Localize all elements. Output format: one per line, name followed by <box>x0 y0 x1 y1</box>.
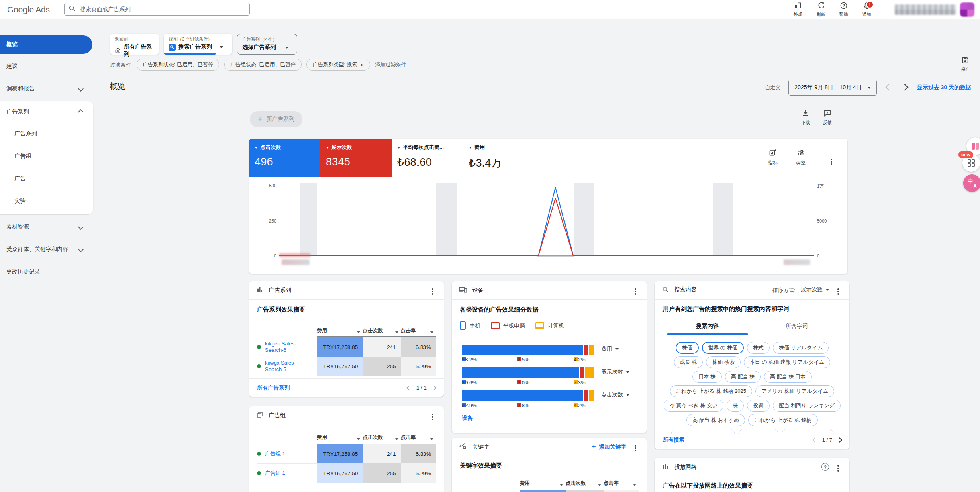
refresh-button[interactable]: 刷新 <box>809 1 832 18</box>
search-term-chip[interactable]: 本日 の 株価 速報 リアルタイム <box>744 356 831 368</box>
sort-header-clicks[interactable]: 点击次数 <box>363 325 400 337</box>
page-prev-icon[interactable] <box>406 385 412 390</box>
filter-chip-campaign-type[interactable]: 广告系列类型: 搜索 × <box>306 59 370 71</box>
global-search[interactable] <box>64 3 250 16</box>
translate-extension-button[interactable]: 中 A <box>963 174 980 192</box>
campaign-selector-card[interactable]: 广告系列（2 个） 选择广告系列 <box>237 34 297 55</box>
sidebar-item-suggestions[interactable]: 建议 <box>0 59 93 73</box>
sort-header-clicks[interactable]: 点击次数 <box>363 431 400 443</box>
sort-header-cost[interactable]: 费用 <box>520 477 566 489</box>
search-term-chip[interactable]: 株式 <box>747 342 770 354</box>
card-menu-button[interactable] <box>429 409 437 423</box>
search-term-chip[interactable]: 高 配当 株 日本 <box>764 371 812 383</box>
card-menu-button[interactable] <box>631 284 639 297</box>
sort-by-dropdown[interactable]: 展示次数 <box>801 286 829 294</box>
next-period-button[interactable] <box>901 82 909 93</box>
metric-card-cost[interactable]: 费用 ₺3.4万 <box>463 139 535 177</box>
show-last-30-days-link[interactable]: 显示过去 30 天的数据 <box>917 84 971 91</box>
search-term-chip[interactable]: 配当 利回り ランキング <box>773 400 841 412</box>
device-bar-impressions <box>462 367 594 378</box>
search-term-chip[interactable]: 株価 リアルタイム <box>773 342 829 354</box>
campaign-link[interactable]: kiiwgx Sales-Search-5 <box>265 360 314 373</box>
tab-search-terms[interactable]: 搜索内容 <box>663 319 752 335</box>
adjust-button[interactable]: 调整 <box>796 149 806 166</box>
sidebar-item-campaigns[interactable]: 广告系列 <box>0 127 93 141</box>
search-term-chip[interactable]: 世界 の 株価 <box>702 342 744 354</box>
search-input[interactable] <box>79 6 245 13</box>
overview-menu-button[interactable] <box>827 154 835 167</box>
help-button[interactable]: ? 帮助 <box>832 1 855 18</box>
adgroup-link[interactable]: 广告组 1 <box>265 470 285 476</box>
sort-header-cost[interactable]: 费用 <box>317 431 363 443</box>
search-term-chip[interactable]: アメリカ 株価 リアルタイム <box>755 385 834 397</box>
devices-link[interactable]: 设备 <box>462 414 473 422</box>
sidebar-item-ads[interactable]: 广告 <box>0 172 93 186</box>
search-term-chip[interactable]: 株価 検索 <box>706 356 741 368</box>
sort-header-clicks[interactable]: 点击次数 <box>566 477 603 489</box>
date-range-picker[interactable]: 2025年 9月 8日 – 10月 4日 <box>788 80 876 96</box>
download-button[interactable]: 下载 <box>801 109 810 126</box>
campaign-link[interactable]: kikgec Sales-Search-6 <box>265 341 314 354</box>
back-to-all-campaigns-card[interactable]: 返回到 所有广告系列 <box>110 34 159 55</box>
card-menu-button[interactable] <box>631 440 639 454</box>
sort-header-ctr[interactable]: 点击率 <box>401 431 436 443</box>
feedback-button[interactable]: 反馈 <box>823 109 832 126</box>
sidebar-item-experiments[interactable]: 实验 <box>0 194 93 208</box>
performance-chart[interactable] <box>279 186 814 256</box>
sidebar-item-audiences[interactable]: 受众群体、关键字和内容 <box>0 243 93 256</box>
search-term-chip[interactable]: 今 買う べき 株 安い <box>664 400 724 412</box>
search-term-chip[interactable]: 成長 株 <box>674 356 703 368</box>
sidebar-item-change-history[interactable]: 更改历史记录 <box>0 265 93 279</box>
sort-header-ctr[interactable]: 点击率 <box>604 477 639 489</box>
card-menu-button[interactable] <box>429 284 437 297</box>
device-metric-dropdown[interactable]: 展示次数 <box>601 368 629 377</box>
add-filter-button[interactable]: 添加过滤条件 <box>375 61 406 68</box>
add-keywords-button[interactable]: + 添加关键字 <box>592 443 626 451</box>
help-circle-icon[interactable]: ? <box>821 463 829 471</box>
metric-card-impressions[interactable]: 展示次数 8345 <box>320 139 392 177</box>
device-metric-dropdown[interactable]: 点击次数 <box>601 391 629 400</box>
sidebar-item-adgroups[interactable]: 广告组 <box>0 149 93 163</box>
all-searches-link[interactable]: 所有搜索 <box>663 436 684 443</box>
card-menu-button[interactable] <box>834 284 842 297</box>
sort-header-cost[interactable]: 费用 <box>317 325 363 337</box>
search-term-chip[interactable]: これから 上がる 株 銘柄 <box>748 414 818 426</box>
notifications-button[interactable]: ! 通知 <box>855 1 878 18</box>
card-menu-button[interactable] <box>834 460 842 474</box>
search-term-chip[interactable]: 日本 株 <box>692 371 722 383</box>
all-campaigns-link[interactable]: 所有广告系列 <box>257 384 290 392</box>
new-campaign-button[interactable]: + 新广告系列 <box>250 111 302 127</box>
adgroup-link[interactable]: 广告组 1 <box>265 451 285 457</box>
view-selector-card[interactable]: 视图（3 个过滤条件） 搜索广告系列 <box>164 34 232 55</box>
page-indicator: 1 / 1 <box>416 385 427 391</box>
page-next-icon[interactable] <box>431 385 437 390</box>
metric-card-avg-cpc[interactable]: 平均每次点击费... ₺68.60 <box>392 139 463 177</box>
search-term-chip[interactable]: 投資 <box>747 400 770 412</box>
save-button[interactable]: 保存 <box>961 56 970 73</box>
card-subtitle: 关键字效果摘要 <box>460 462 502 470</box>
search-term-chip[interactable]: 株 <box>727 400 744 412</box>
device-bar-impressions-labels: 89.6% 3.0% 7.3% <box>462 380 594 387</box>
grid-sparkle-icon: ✦ <box>968 159 975 167</box>
search-term-chip[interactable]: これから 上がる 株 銘柄 2025 <box>670 385 752 397</box>
filter-chip-campaign-status[interactable]: 广告系列状态: 已启用、已暂停 <box>137 59 219 71</box>
sidebar-item-assets[interactable]: 素材资源 <box>0 220 93 234</box>
appearance-button[interactable]: 外观 <box>786 1 809 18</box>
remove-filter-icon[interactable]: × <box>361 61 364 68</box>
sidebar-item-overview[interactable]: 概览 <box>0 35 92 54</box>
metric-card-clicks[interactable]: 点击次数 496 <box>249 139 320 177</box>
search-term-chip[interactable]: 高 配当 株 おすすめ <box>686 414 745 426</box>
sort-header-ctr[interactable]: 点击率 <box>401 325 436 337</box>
page-next-icon[interactable] <box>837 437 842 443</box>
filter-chip-adgroup-status[interactable]: 广告组状态: 已启用、已暂停 <box>224 59 302 71</box>
sidebar-item-insights[interactable]: 洞察和报告 <box>0 82 93 96</box>
tab-included-words[interactable]: 所含字词 <box>752 319 842 335</box>
device-metric-dropdown[interactable]: 费用 <box>601 345 619 354</box>
metrics-settings-button[interactable]: 指标 <box>768 149 778 166</box>
sidebar-item-campaigns-group[interactable]: 广告系列 <box>0 105 93 119</box>
page-prev-icon[interactable] <box>812 437 817 443</box>
search-term-chip[interactable]: 株価 <box>676 342 699 354</box>
avatar[interactable] <box>960 2 974 17</box>
previous-period-button[interactable] <box>885 82 893 93</box>
search-term-chip[interactable]: 高 配当 株 <box>725 371 761 383</box>
